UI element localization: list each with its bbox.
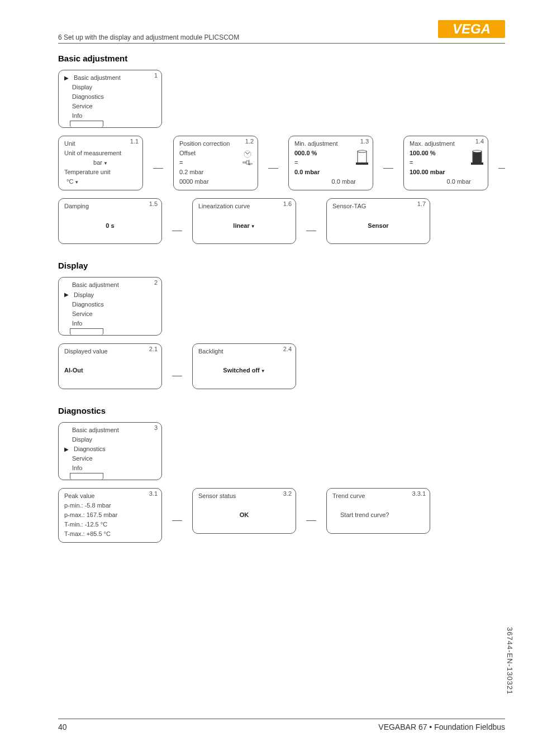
document-code: 36744-EN-130321 <box>506 627 514 695</box>
prompt[interactable]: Start trend curve? <box>340 510 389 520</box>
menu-item[interactable]: Basic adjustment <box>72 425 119 435</box>
label: = <box>179 158 183 168</box>
temp-unit-value[interactable]: °C <box>66 177 79 186</box>
svg-point-10 <box>473 150 482 152</box>
label: Trend curve <box>332 491 365 501</box>
screen-linearization: 1.6 Linearization curve linear <box>192 198 296 244</box>
connector-line <box>306 505 316 536</box>
menu-screen-diagnostics: 3 Basic adjustment Display ▶Diagnostics … <box>58 422 162 480</box>
screen-number: 1.4 <box>475 138 484 145</box>
value: 0.0 mbar <box>447 177 471 186</box>
menu-item[interactable]: Service <box>72 309 93 319</box>
value: 0.2 mbar <box>179 168 203 177</box>
svg-point-8 <box>358 150 367 152</box>
screen-sensor-status: 3.2 Sensor status OK <box>192 488 296 534</box>
label: Linearization curve <box>198 202 250 211</box>
label: Peak value <box>64 491 94 501</box>
menu-item[interactable]: Info <box>72 463 82 473</box>
label: Min. adjustment <box>294 139 338 149</box>
screen-number: 2.1 <box>149 346 158 352</box>
triangle-right-icon: ▶ <box>64 290 71 299</box>
screen-number: 1.5 <box>149 200 158 207</box>
label: Position correction <box>179 139 230 149</box>
label: = <box>294 158 298 168</box>
menu-item[interactable]: Service <box>72 454 93 463</box>
label: Offset <box>179 149 196 158</box>
label: Displayed value <box>64 347 108 356</box>
menu-item[interactable]: Display <box>72 435 92 444</box>
screen-peak-value: 3.1 Peak value p-min.: -5.8 mbar p-max.:… <box>58 488 162 543</box>
screen-number: 1.6 <box>283 200 292 207</box>
screen-number: 1.3 <box>360 138 369 145</box>
value: 0000 mbar <box>179 177 209 186</box>
menu-item[interactable]: Diagnostics <box>72 92 104 102</box>
screen-number: 3.3.1 <box>412 490 426 497</box>
max-tank-icon <box>471 150 483 169</box>
svg-rect-11 <box>471 162 483 165</box>
vega-logo: VEGA <box>438 20 505 40</box>
screen-trend-curve: 3.3.1 Trend curve Start trend curve? <box>326 488 430 534</box>
connector-line <box>383 152 393 184</box>
menu-tab-indicator <box>70 328 103 335</box>
label: Temperature unit <box>64 168 111 177</box>
screen-number: 3 <box>154 424 158 431</box>
screen-displayed-value: 2.1 Displayed value AI-Out <box>58 343 162 389</box>
menu-item[interactable]: Info <box>72 319 82 328</box>
label: Max. adjustment <box>410 139 455 149</box>
connector-line <box>172 360 182 391</box>
page-footer: 40 VEGABAR 67 • Foundation Fieldbus <box>58 719 505 731</box>
label: Sensor status <box>198 491 236 501</box>
value: T-min.: -12.5 °C <box>64 520 107 529</box>
screen-number: 2 <box>154 279 158 286</box>
linearization-value[interactable]: linear <box>233 221 255 231</box>
value: 100.00 mbar <box>410 168 445 177</box>
menu-item[interactable]: Service <box>72 102 93 111</box>
value: 100.00 % <box>410 149 435 158</box>
screen-max-adjustment: 1.4 Max. adjustment 100.00 % = 100.00 mb… <box>403 136 488 190</box>
triangle-right-icon: ▶ <box>64 445 71 454</box>
screen-number: 2.4 <box>283 346 292 352</box>
triangle-right-icon: ▶ <box>64 74 71 83</box>
menu-screen-basic: 1 ▶Basic adjustment Display Diagnostics … <box>58 70 162 128</box>
menu-item[interactable]: Basic adjustment <box>74 73 121 83</box>
screen-sensor-tag: 1.7 Sensor-TAG Sensor <box>326 198 430 244</box>
section-title-display: Display <box>58 261 505 270</box>
value: 0 s <box>106 221 114 231</box>
min-tank-icon <box>356 150 368 169</box>
menu-item[interactable]: Display <box>72 83 92 92</box>
backlight-value[interactable]: Switched off <box>223 366 265 375</box>
svg-text:P: P <box>250 162 253 166</box>
value: 0.0 mbar <box>332 177 356 186</box>
svg-text:VEGA: VEGA <box>453 21 491 36</box>
connector-line <box>153 152 163 184</box>
value: OK <box>240 510 249 520</box>
menu-item[interactable]: Info <box>72 111 82 121</box>
screen-damping: 1.5 Damping 0 s <box>58 198 162 244</box>
value: p-max.: 167.5 mbar <box>64 510 117 520</box>
screen-min-adjustment: 1.3 Min. adjustment 000.0 % = 0.0 mbar 0… <box>288 136 373 190</box>
screen-number: 1.7 <box>417 200 426 207</box>
screen-position-correction: 1.2 P Position correction Offset <box>173 136 258 190</box>
page-number: 40 <box>58 722 67 731</box>
screen-number: 1 <box>154 72 158 79</box>
label: = <box>410 158 413 168</box>
menu-item[interactable]: Basic adjustment <box>72 280 119 290</box>
menu-tab-indicator <box>70 473 103 480</box>
connector-line <box>172 505 182 536</box>
connector-line <box>268 152 278 184</box>
value: AI-Out <box>64 366 83 375</box>
position-correction-icon: P <box>242 150 253 171</box>
product-name: VEGABAR 67 • Foundation Fieldbus <box>378 722 505 731</box>
section-title-basic-adjustment: Basic adjustment <box>58 54 505 63</box>
menu-item[interactable]: Diagnostics <box>72 300 104 309</box>
value: T-max.: +85.5 °C <box>64 529 111 539</box>
label: Unit <box>64 139 75 149</box>
screen-unit: 1.1 Unit Unit of measurement bar Tempera… <box>58 136 143 190</box>
menu-item[interactable]: Display <box>74 290 94 300</box>
value: p-min.: -5.8 mbar <box>64 501 111 510</box>
header-text: 6 Set up with the display and adjustment… <box>58 34 239 41</box>
value: 0.0 mbar <box>294 168 320 177</box>
section-title-diagnostics: Diagnostics <box>58 406 505 415</box>
menu-item[interactable]: Diagnostics <box>74 444 106 454</box>
unit-value[interactable]: bar <box>93 158 108 168</box>
